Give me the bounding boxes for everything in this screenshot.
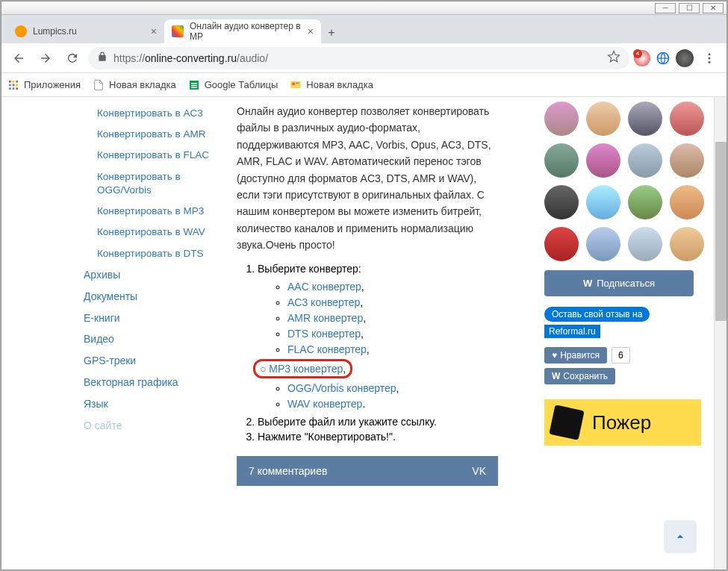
tab-title: Lumpics.ru	[33, 26, 77, 37]
sidebar-item[interactable]: О сайте	[84, 415, 214, 437]
svg-rect-10	[9, 87, 11, 90]
forward-button[interactable]	[34, 47, 57, 69]
sidebar-subitem[interactable]: Конвертировать в OGG/Vorbis	[84, 166, 214, 201]
ad-banner[interactable]: Пожер	[544, 399, 701, 446]
right-column: W Подписаться Оставь свой отзыв на Refor…	[540, 97, 704, 446]
avatar[interactable]	[628, 102, 662, 136]
browser-tabs-row: Lumpics.ru × Онлайн аудио конвертер в MP…	[1, 15, 727, 43]
converter-link[interactable]: DTS конвертер	[287, 328, 361, 340]
reformal-link[interactable]: Reformal.ru	[544, 325, 600, 338]
extension-icon[interactable]: 4	[634, 50, 650, 66]
avatar[interactable]	[628, 227, 662, 261]
close-icon[interactable]: ×	[151, 25, 157, 37]
sidebar-subitem[interactable]: Конвертировать в MP3	[84, 201, 214, 222]
svg-point-3	[709, 60, 711, 63]
avatar[interactable]	[670, 102, 704, 136]
bookmark-star-icon[interactable]	[607, 50, 620, 66]
close-icon[interactable]: ×	[308, 25, 314, 37]
sidebar-subitem[interactable]: Конвертировать в WAV	[84, 222, 214, 243]
tab-favicon	[172, 25, 184, 37]
converter-link[interactable]: FLAC конвертер	[287, 343, 367, 355]
window-maximize-button[interactable]: ☐	[679, 3, 700, 13]
review-badge[interactable]: Оставь свой отзыв на	[544, 307, 650, 322]
apps-label: Приложения	[24, 79, 81, 90]
wallet-icon	[549, 405, 584, 440]
sidebar-subitem[interactable]: Конвертировать в AMR	[84, 124, 214, 145]
sidebar-item[interactable]: Е-книги	[84, 308, 214, 329]
converter-link[interactable]: AC3 конвертер	[287, 296, 360, 308]
converter-link[interactable]: AAC конвертер	[287, 281, 361, 293]
sidebar-item[interactable]: GPS-треки	[84, 350, 214, 372]
svg-rect-12	[16, 87, 18, 90]
bookmark-item[interactable]: Новая вкладка	[93, 79, 176, 91]
apps-button[interactable]: Приложения	[7, 79, 81, 91]
profile-avatar[interactable]	[676, 49, 694, 67]
scrollbar-thumb[interactable]	[715, 142, 727, 321]
chrome-menu-button[interactable]	[698, 47, 721, 69]
avatar[interactable]	[544, 227, 579, 261]
svg-rect-11	[13, 87, 15, 90]
converter-link-highlighted[interactable]: MP3 конвертер	[269, 363, 343, 375]
tab-title: Онлайн аудио конвертер в MP	[190, 21, 302, 42]
address-bar[interactable]: https://online-converting.ru/audio/	[88, 47, 629, 69]
svg-rect-8	[13, 84, 15, 86]
svg-rect-16	[191, 87, 197, 87]
avatar[interactable]	[670, 227, 704, 261]
avatar[interactable]	[670, 143, 704, 178]
converter-link[interactable]: WAV конвертер	[287, 398, 362, 410]
vk-like-button[interactable]: ♥ Нравится	[544, 347, 607, 363]
extension-badge: 4	[633, 49, 642, 58]
sidebar-item[interactable]: Видео	[84, 328, 214, 350]
address-bar-row: https://online-converting.ru/audio/ 4	[1, 43, 727, 73]
svg-rect-18	[293, 82, 295, 84]
sidebar-item[interactable]: Архивы	[84, 264, 214, 286]
avatar[interactable]	[586, 185, 620, 219]
comments-count: 7 комментариев	[249, 465, 327, 477]
sidebar: Конвертировать в AC3 Конвертировать в AM…	[84, 97, 214, 570]
avatar[interactable]	[544, 143, 579, 178]
converter-link[interactable]: OGG/Vorbis конвертер	[287, 382, 396, 394]
svg-rect-7	[9, 84, 11, 86]
bookmark-item[interactable]: Новая вкладка	[290, 79, 373, 91]
reload-button[interactable]	[61, 47, 84, 69]
vertical-scrollbar[interactable]	[714, 97, 727, 570]
avatar[interactable]	[544, 102, 579, 136]
avatar[interactable]	[628, 143, 662, 178]
svg-rect-6	[16, 81, 18, 83]
bookmark-item[interactable]: Google Таблицы	[188, 79, 279, 91]
window-title-bar: ─ ☐ ✕	[1, 1, 727, 15]
step-item: Выберите конвертер: AAC конвертер, AC3 к…	[258, 263, 498, 410]
avatar[interactable]	[670, 185, 704, 219]
avatar[interactable]	[586, 102, 620, 136]
new-tab-button[interactable]: +	[321, 22, 342, 43]
sidebar-item[interactable]: Документы	[84, 286, 214, 308]
svg-point-2	[709, 57, 711, 59]
sidebar-subitem[interactable]: Конвертировать в AC3	[84, 103, 214, 124]
svg-rect-9	[16, 84, 18, 86]
sidebar-item[interactable]: Векторная графика	[84, 372, 214, 393]
window-close-button[interactable]: ✕	[703, 3, 724, 13]
window-minimize-button[interactable]: ─	[655, 3, 676, 13]
scroll-to-top-button[interactable]	[664, 520, 697, 553]
vk-like-count: 6	[612, 347, 630, 363]
svg-rect-4	[9, 81, 11, 83]
browser-tab-active[interactable]: Онлайн аудио конвертер в MP ×	[164, 19, 321, 43]
sidebar-item[interactable]: Язык	[84, 393, 214, 415]
browser-tab[interactable]: Lumpics.ru ×	[7, 19, 164, 43]
sidebar-subitem[interactable]: Конвертировать в FLAC	[84, 145, 214, 166]
avatar[interactable]	[544, 185, 579, 219]
converter-link[interactable]: AMR конвертер	[287, 312, 363, 324]
comments-header[interactable]: 7 комментариев VK	[237, 456, 498, 486]
avatar[interactable]	[586, 143, 620, 178]
avatar[interactable]	[628, 185, 662, 219]
svg-rect-15	[191, 85, 197, 86]
avatar[interactable]	[586, 227, 620, 261]
svg-point-1	[709, 53, 711, 55]
sidebar-subitem[interactable]: Конвертировать в DTS	[84, 243, 214, 264]
lock-icon	[97, 52, 108, 64]
back-button[interactable]	[7, 47, 30, 69]
vk-save-button[interactable]: W Сохранить	[544, 368, 615, 384]
vk-subscribe-button[interactable]: W Подписаться	[544, 270, 694, 296]
step-item: Нажмите "Конвертировать!".	[258, 431, 498, 443]
extension-globe-icon[interactable]	[655, 50, 671, 66]
